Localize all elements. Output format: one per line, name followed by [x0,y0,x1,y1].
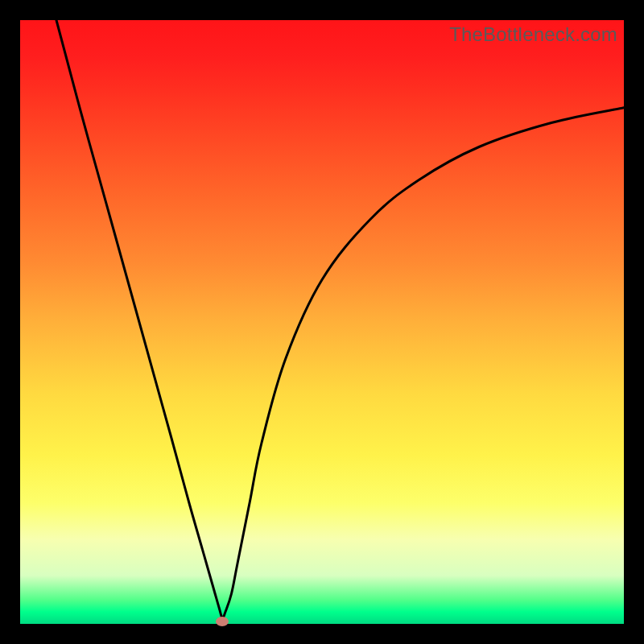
bottleneck-curve [20,20,624,624]
optimal-point-marker [216,617,229,626]
chart-plot-area: TheBottleneck.com [20,20,624,624]
curve-path [56,20,624,618]
